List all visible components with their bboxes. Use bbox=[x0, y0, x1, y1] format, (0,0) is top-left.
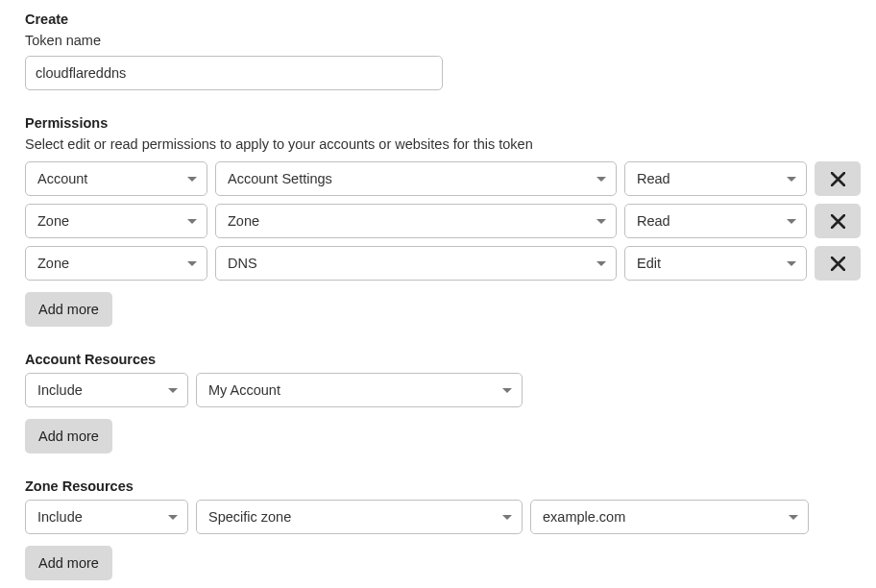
permission-resource-select[interactable]: Account Settings bbox=[215, 161, 617, 196]
permission-level-select[interactable]: Read bbox=[624, 161, 807, 196]
button-label: Add more bbox=[38, 555, 99, 571]
chevron-down-icon bbox=[787, 177, 796, 182]
account-resource-row: Include My Account bbox=[25, 373, 851, 407]
select-value: Include bbox=[37, 382, 83, 398]
permission-scope-select[interactable]: Zone bbox=[25, 204, 207, 238]
close-icon bbox=[831, 172, 845, 186]
zone-resources-heading: Zone Resources bbox=[25, 478, 851, 494]
remove-permission-button[interactable] bbox=[815, 161, 861, 196]
select-value: DNS bbox=[228, 256, 257, 271]
permissions-heading: Permissions bbox=[25, 115, 851, 131]
chevron-down-icon bbox=[168, 515, 178, 520]
permission-level-select[interactable]: Read bbox=[624, 204, 807, 238]
chevron-down-icon bbox=[187, 219, 197, 224]
select-value: Specific zone bbox=[208, 509, 291, 525]
token-name-input[interactable]: cloudflareddns bbox=[25, 56, 443, 90]
select-value: Include bbox=[37, 509, 83, 525]
select-value: Zone bbox=[37, 256, 69, 271]
chevron-down-icon bbox=[502, 388, 512, 393]
chevron-down-icon bbox=[596, 177, 606, 182]
permission-resource-select[interactable]: Zone bbox=[215, 204, 617, 238]
select-value: Zone bbox=[228, 213, 259, 229]
zone-mode-select[interactable]: Include bbox=[25, 500, 188, 534]
chevron-down-icon bbox=[187, 177, 197, 182]
token-name-label: Token name bbox=[25, 33, 851, 48]
chevron-down-icon bbox=[187, 261, 197, 266]
chevron-down-icon bbox=[502, 515, 512, 520]
permission-scope-select[interactable]: Account bbox=[25, 161, 207, 196]
select-value: Account Settings bbox=[228, 171, 332, 186]
permission-row: Account Account Settings Read bbox=[25, 161, 851, 196]
chevron-down-icon bbox=[787, 261, 796, 266]
permissions-description: Select edit or read permissions to apply… bbox=[25, 136, 851, 152]
chevron-down-icon bbox=[789, 515, 798, 520]
add-zone-resource-button[interactable]: Add more bbox=[25, 546, 112, 580]
select-value: My Account bbox=[208, 382, 280, 398]
permission-scope-select[interactable]: Zone bbox=[25, 246, 207, 281]
token-name-value: cloudflareddns bbox=[36, 65, 126, 81]
button-label: Add more bbox=[38, 302, 99, 317]
account-mode-select[interactable]: Include bbox=[25, 373, 188, 407]
add-account-resource-button[interactable]: Add more bbox=[25, 419, 112, 453]
select-value: Edit bbox=[637, 256, 661, 271]
select-value: example.com bbox=[543, 509, 625, 525]
zone-name-select[interactable]: example.com bbox=[530, 500, 809, 534]
select-value: Account bbox=[37, 171, 87, 186]
account-resources-heading: Account Resources bbox=[25, 352, 851, 367]
chevron-down-icon bbox=[787, 219, 796, 224]
permission-row: Zone DNS Edit bbox=[25, 246, 851, 281]
close-icon bbox=[831, 257, 845, 271]
create-heading: Create bbox=[25, 12, 851, 27]
permission-level-select[interactable]: Edit bbox=[624, 246, 807, 281]
zone-scope-select[interactable]: Specific zone bbox=[196, 500, 523, 534]
permission-resource-select[interactable]: DNS bbox=[215, 246, 617, 281]
select-value: Read bbox=[637, 171, 670, 186]
chevron-down-icon bbox=[596, 219, 606, 224]
zone-resource-row: Include Specific zone example.com bbox=[25, 500, 851, 534]
remove-permission-button[interactable] bbox=[815, 246, 861, 281]
select-value: Zone bbox=[37, 213, 69, 229]
select-value: Read bbox=[637, 213, 670, 229]
add-permission-button[interactable]: Add more bbox=[25, 292, 112, 327]
close-icon bbox=[831, 214, 845, 229]
remove-permission-button[interactable] bbox=[815, 204, 861, 238]
button-label: Add more bbox=[38, 429, 99, 444]
chevron-down-icon bbox=[596, 261, 606, 266]
account-select[interactable]: My Account bbox=[196, 373, 523, 407]
permission-row: Zone Zone Read bbox=[25, 204, 851, 238]
chevron-down-icon bbox=[168, 388, 178, 393]
